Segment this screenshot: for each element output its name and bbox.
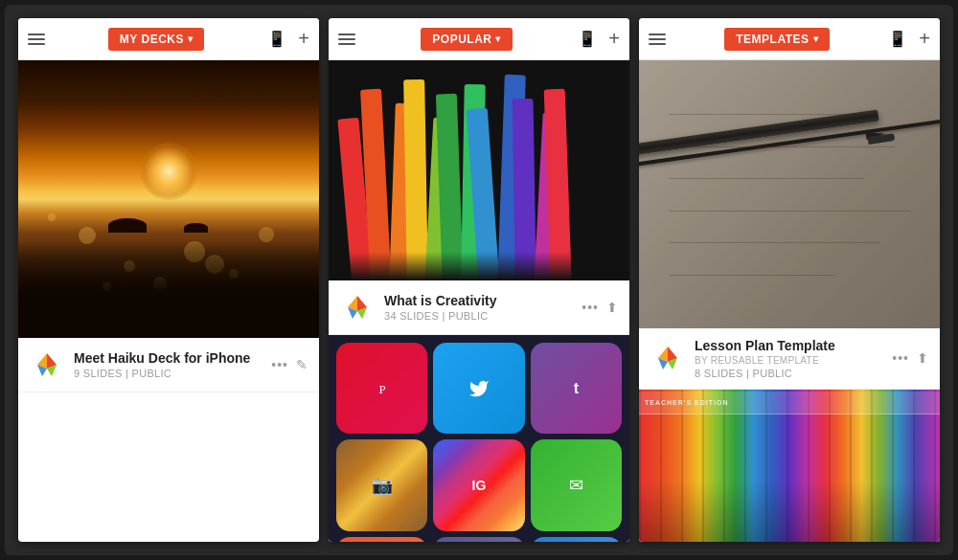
app-email: ✉: [531, 439, 622, 530]
deck-creativity-title: What is Creativity: [384, 293, 572, 309]
haiku-logo-creativity: [340, 290, 375, 325]
panel-header-popular: POPULAR ▾ 📱 +: [329, 18, 629, 60]
templates-content: Lesson Plan Template BY REUSABLE TEMPLAT…: [639, 60, 940, 542]
panels-container: MY DECKS ▾ 📱 +: [5, 5, 953, 555]
deck-lesson-meta: 8 SLIDES | PUBLIC: [695, 368, 882, 379]
templates-tab-button[interactable]: TEMPLATES ▾: [724, 28, 830, 51]
panel-header-templates: TEMPLATES ▾ 📱 +: [639, 18, 940, 60]
deck-card-apps[interactable]: P t 📷 IG: [329, 335, 629, 542]
app-pinterest: P: [336, 343, 427, 434]
templates-header-icons: 📱 +: [888, 28, 930, 50]
haiku-logo-iphone: [30, 347, 64, 382]
deck-creativity-info: What is Creativity 34 SLIDES | PUBLIC ••…: [329, 280, 629, 335]
pen-image: [639, 60, 940, 328]
deck-creativity-image: [329, 60, 629, 280]
my-decks-label: MY DECKS: [120, 33, 184, 46]
phone-icon-my-decks[interactable]: 📱: [267, 30, 286, 48]
add-icon-templates[interactable]: +: [919, 28, 930, 50]
add-icon-my-decks[interactable]: +: [298, 28, 309, 50]
deck-apps-image: P t 📷 IG: [329, 335, 629, 542]
deck-creativity-meta: 34 SLIDES | PUBLIC: [384, 310, 572, 322]
deck-lesson-share-icon[interactable]: ⬆: [917, 350, 928, 366]
deck-iphone-dots[interactable]: •••: [271, 357, 288, 372]
deck-creativity-text: What is Creativity 34 SLIDES | PUBLIC: [384, 293, 572, 323]
panel-my-decks: MY DECKS ▾ 📱 +: [18, 18, 319, 542]
deck-card-iphone[interactable]: Meet Haiku Deck for iPhone 9 SLIDES | PU…: [18, 60, 319, 392]
app-touchgrind: TG: [433, 537, 524, 542]
app-camera: 📷: [336, 439, 427, 530]
deck-iphone-actions: ••• ✎: [271, 357, 308, 372]
deck-creativity-dots[interactable]: •••: [582, 300, 599, 315]
deck-lesson-dots[interactable]: •••: [892, 350, 909, 366]
templates-chevron: ▾: [813, 34, 819, 44]
deck-lesson-actions: ••• ⬆: [892, 350, 928, 366]
deck-creativity-share-icon[interactable]: ⬆: [606, 300, 618, 315]
deck-iphone-text: Meet Haiku Deck for iPhone 9 SLIDES | PU…: [74, 350, 262, 380]
panel-templates: TEMPLATES ▾ 📱 +: [639, 18, 940, 542]
deck-lesson-image: [639, 60, 940, 328]
menu-icon-popular[interactable]: [338, 34, 355, 45]
panel-popular: POPULAR ▾ 📱 +: [329, 18, 629, 542]
app-foursquare: 4sq: [531, 537, 622, 542]
haiku-logo-lesson: [650, 341, 685, 375]
my-decks-content: Meet Haiku Deck for iPhone 9 SLIDES | PU…: [18, 60, 319, 542]
deck-iphone-edit-icon[interactable]: ✎: [296, 357, 308, 372]
app-twitter: [433, 343, 524, 434]
deck-iphone-title: Meet Haiku Deck for iPhone: [74, 350, 262, 367]
my-decks-header-icons: 📱 +: [267, 28, 309, 50]
deck-card-iphone-info: Meet Haiku Deck for iPhone 9 SLIDES | PU…: [18, 338, 319, 392]
sunset-image: [18, 60, 319, 338]
my-decks-chevron: ▾: [188, 34, 194, 44]
popular-header-icons: 📱 +: [578, 28, 620, 50]
panel-header-my-decks: MY DECKS ▾ 📱 +: [18, 18, 319, 60]
my-decks-tab-button[interactable]: MY DECKS ▾: [108, 28, 205, 51]
templates-label: TEMPLATES: [736, 33, 809, 46]
deck-card-iphone-image: [18, 60, 319, 338]
deck-notebooks-image: TEACHER'S EDITION: [639, 390, 940, 542]
popular-label: POPULAR: [432, 33, 491, 46]
deck-lesson-text: Lesson Plan Template BY REUSABLE TEMPLAT…: [695, 338, 882, 379]
deck-lesson-title: Lesson Plan Template: [695, 338, 882, 354]
app-instagram: IG: [433, 439, 524, 530]
phone-icon-popular[interactable]: 📱: [578, 30, 597, 48]
phone-icon-templates[interactable]: 📱: [888, 30, 907, 48]
popular-content: What is Creativity 34 SLIDES | PUBLIC ••…: [329, 60, 629, 542]
deck-lesson-info: Lesson Plan Template BY REUSABLE TEMPLAT…: [639, 328, 940, 390]
popular-chevron: ▾: [495, 34, 501, 44]
bars-image: [329, 60, 629, 280]
deck-iphone-meta: 9 SLIDES | PUBLIC: [74, 368, 262, 379]
deck-creativity-actions: ••• ⬆: [582, 300, 618, 315]
deck-card-notebooks[interactable]: TEACHER'S EDITION: [639, 390, 940, 542]
svg-text:P: P: [378, 382, 385, 395]
apps-image: P t 📷 IG: [329, 335, 629, 542]
notebooks-image: TEACHER'S EDITION: [639, 390, 940, 542]
menu-icon-my-decks[interactable]: [28, 34, 45, 45]
deck-lesson-subtitle: BY REUSABLE TEMPLATE: [695, 355, 882, 366]
add-icon-popular[interactable]: +: [608, 28, 620, 50]
menu-icon-templates[interactable]: [649, 34, 666, 45]
app-tumblr: t: [531, 343, 622, 434]
popular-tab-button[interactable]: POPULAR ▾: [421, 28, 513, 51]
deck-card-lesson[interactable]: Lesson Plan Template BY REUSABLE TEMPLAT…: [639, 60, 940, 390]
app-citysearch: C: [336, 537, 427, 542]
deck-card-creativity[interactable]: What is Creativity 34 SLIDES | PUBLIC ••…: [329, 60, 629, 335]
